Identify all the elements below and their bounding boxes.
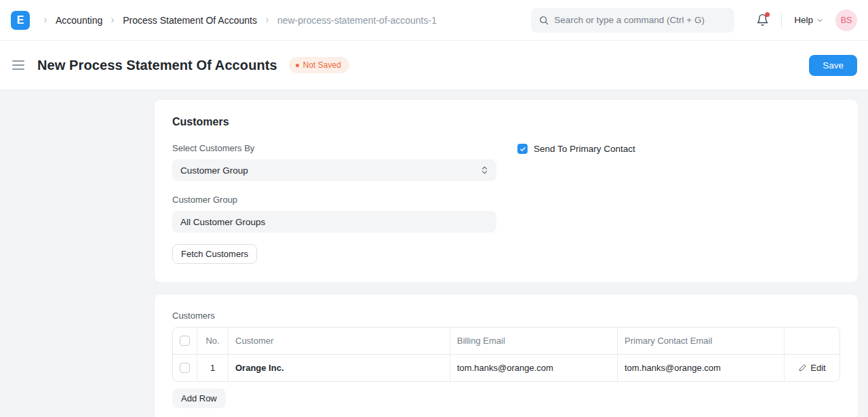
chevron-right-icon	[104, 17, 121, 24]
fetch-customers-button[interactable]: Fetch Customers	[172, 244, 257, 264]
customer-group-field: Customer Group All Customer Groups	[172, 195, 496, 233]
column-header-customer: Customer	[229, 327, 450, 354]
navbar: E Accounting Process Statement Of Accoun…	[0, 0, 868, 41]
row-number-cell: 1	[197, 355, 229, 381]
breadcrumb-item-accounting[interactable]: Accounting	[56, 15, 102, 26]
send-to-primary-contact-field: Send To Primary Contact	[517, 143, 842, 154]
status-badge: Not Saved	[289, 57, 349, 73]
customer-cell[interactable]: Orange Inc.	[229, 355, 450, 381]
column-header-no: No.	[197, 327, 229, 354]
section-title: Customers	[172, 116, 840, 128]
help-label: Help	[794, 15, 813, 25]
billing-email-cell[interactable]: tom.hanks@orange.com	[450, 355, 618, 381]
save-button[interactable]: Save	[809, 55, 857, 76]
edit-row-label: Edit	[810, 363, 825, 373]
search-input[interactable]: Search or type a command (Ctrl + G)	[531, 8, 734, 33]
select-customers-by-value: Customer Group	[180, 165, 248, 176]
search-placeholder: Search or type a command (Ctrl + G)	[554, 15, 705, 25]
select-chevrons-icon	[481, 165, 488, 175]
form-column-right: Send To Primary Contact	[517, 143, 842, 264]
row-check-cell	[173, 355, 197, 381]
breadcrumb-item-current: new-process-statement-of-accounts-1	[277, 15, 437, 26]
select-customers-by-select[interactable]: Customer Group	[172, 159, 496, 181]
navbar-divider	[781, 13, 782, 28]
chevron-right-icon	[37, 17, 54, 24]
select-customers-by-label: Select Customers By	[172, 143, 496, 153]
chevron-down-icon	[816, 17, 823, 24]
customer-group-value: All Customer Groups	[180, 217, 265, 227]
customers-section-card: Customers Select Customers By Customer G…	[154, 99, 859, 283]
column-header-actions	[785, 327, 840, 354]
pencil-icon	[798, 364, 806, 372]
breadcrumb: Accounting Process Statement Of Accounts…	[37, 15, 437, 26]
table-header-check-cell	[173, 327, 197, 354]
main-content: Customers Select Customers By Customer G…	[0, 90, 868, 417]
customer-group-label: Customer Group	[172, 195, 496, 205]
customers-table-card: Customers No. Customer Billing Email Pri…	[154, 294, 859, 417]
chevron-right-icon	[258, 17, 276, 24]
row-checkbox[interactable]	[180, 363, 190, 373]
row-actions-cell: Edit	[785, 355, 840, 381]
select-all-checkbox[interactable]	[180, 336, 190, 346]
send-to-primary-contact-checkbox[interactable]	[517, 144, 528, 154]
avatar-initials: BS	[841, 16, 852, 25]
customers-table: No. Customer Billing Email Primary Conta…	[172, 327, 840, 382]
search-icon	[539, 16, 549, 25]
navbar-right: Search or type a command (Ctrl + G) Help…	[531, 8, 857, 33]
app-logo[interactable]: E	[11, 11, 30, 30]
page-header: New Process Statement Of Accounts Not Sa…	[0, 41, 868, 90]
customer-group-input[interactable]: All Customer Groups	[172, 211, 496, 233]
sidebar-toggle-button[interactable]	[11, 58, 26, 73]
page-title: New Process Statement Of Accounts	[37, 58, 277, 73]
logo-letter: E	[17, 14, 24, 26]
table-header-row: No. Customer Billing Email Primary Conta…	[173, 327, 840, 354]
column-header-billing-email: Billing Email	[450, 327, 618, 354]
form-column-left: Select Customers By Customer Group Custo…	[172, 143, 496, 264]
edit-row-button[interactable]: Edit	[798, 363, 825, 373]
notifications-button[interactable]	[756, 14, 769, 26]
select-customers-by-field: Select Customers By Customer Group	[172, 143, 496, 181]
customers-table-label: Customers	[172, 311, 840, 321]
add-row-button[interactable]: Add Row	[172, 389, 226, 408]
form-grid: Select Customers By Customer Group Custo…	[172, 143, 840, 264]
table-row: 1 Orange Inc. tom.hanks@orange.com tom.h…	[173, 354, 840, 381]
primary-contact-email-cell[interactable]: tom.hanks@orange.com	[618, 355, 785, 381]
column-header-primary-contact-email: Primary Contact Email	[618, 327, 785, 354]
avatar[interactable]: BS	[835, 9, 857, 31]
send-to-primary-contact-label[interactable]: Send To Primary Contact	[534, 144, 635, 154]
status-dot-icon	[296, 64, 299, 67]
status-badge-label: Not Saved	[303, 60, 341, 70]
breadcrumb-item-doctype[interactable]: Process Statement Of Accounts	[123, 15, 257, 26]
help-menu[interactable]: Help	[794, 15, 823, 25]
